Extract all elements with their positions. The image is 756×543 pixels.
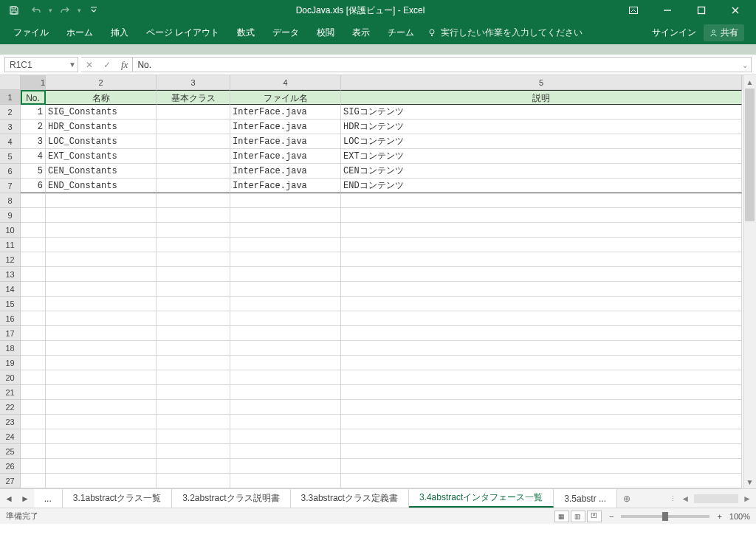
- cell[interactable]: InterFace.java: [230, 105, 341, 120]
- cell[interactable]: [157, 193, 230, 208]
- undo-icon[interactable]: [27, 1, 46, 19]
- row-header[interactable]: 21: [0, 385, 21, 400]
- cell[interactable]: [230, 474, 341, 488]
- tab-formulas[interactable]: 数式: [228, 21, 264, 44]
- cell[interactable]: [230, 444, 341, 459]
- col-header[interactable]: 3: [157, 75, 230, 90]
- cell[interactable]: ENDコンテンツ: [341, 179, 742, 193]
- cell[interactable]: [157, 341, 230, 356]
- row-header[interactable]: 15: [0, 297, 21, 311]
- cell[interactable]: [341, 238, 742, 252]
- cell[interactable]: [230, 238, 341, 252]
- cell[interactable]: [230, 385, 341, 400]
- cell[interactable]: [21, 208, 46, 223]
- cell[interactable]: [157, 134, 230, 149]
- cell[interactable]: [341, 193, 742, 208]
- cell[interactable]: InterFace.java: [230, 179, 341, 193]
- cell[interactable]: [46, 326, 157, 341]
- horizontal-scrollbar[interactable]: ⋮ ◄ ►: [665, 489, 756, 508]
- zoom-level[interactable]: 100%: [729, 512, 750, 521]
- cell[interactable]: [341, 282, 742, 297]
- row-header[interactable]: 4: [0, 134, 21, 149]
- cell[interactable]: 5: [21, 164, 46, 179]
- col-header[interactable]: 4: [230, 75, 341, 90]
- tab-team[interactable]: チーム: [379, 21, 423, 44]
- cell[interactable]: EXTコンテンツ: [341, 149, 742, 164]
- cell[interactable]: [230, 400, 341, 415]
- cell[interactable]: [46, 459, 157, 474]
- cell[interactable]: [157, 474, 230, 488]
- vertical-scrollbar[interactable]: ▲ ▼: [743, 75, 756, 488]
- row-header[interactable]: 5: [0, 149, 21, 164]
- cell[interactable]: InterFace.java: [230, 164, 341, 179]
- cell[interactable]: [230, 356, 341, 370]
- cell[interactable]: [21, 444, 46, 459]
- ribbon-display-icon[interactable]: [617, 0, 650, 21]
- row-header[interactable]: 25: [0, 444, 21, 459]
- enter-icon[interactable]: ✓: [103, 60, 111, 70]
- cell[interactable]: [46, 252, 157, 267]
- row-header[interactable]: 7: [0, 179, 21, 193]
- cell[interactable]: [46, 444, 157, 459]
- cell[interactable]: [21, 400, 46, 415]
- cell[interactable]: 名称: [46, 90, 157, 105]
- cell[interactable]: [157, 282, 230, 297]
- sheet-tab[interactable]: 3.2abstractクラス説明書: [172, 489, 290, 508]
- cell[interactable]: [157, 252, 230, 267]
- sheet-prev-icon[interactable]: ◄: [4, 494, 13, 504]
- cell[interactable]: [230, 282, 341, 297]
- cell[interactable]: [21, 252, 46, 267]
- cell[interactable]: [21, 459, 46, 474]
- cell[interactable]: InterFace.java: [230, 134, 341, 149]
- zoom-in-icon[interactable]: +: [717, 512, 721, 521]
- cell[interactable]: [21, 429, 46, 444]
- cell[interactable]: [341, 459, 742, 474]
- cell[interactable]: [230, 311, 341, 326]
- cell[interactable]: [157, 297, 230, 311]
- row-header[interactable]: 22: [0, 400, 21, 415]
- redo-dropdown-icon[interactable]: ▾: [78, 7, 81, 14]
- cell[interactable]: [21, 341, 46, 356]
- cell[interactable]: CENコンテンツ: [341, 164, 742, 179]
- row-header[interactable]: 9: [0, 208, 21, 223]
- cell[interactable]: InterFace.java: [230, 149, 341, 164]
- row-header[interactable]: 20: [0, 370, 21, 385]
- tab-view[interactable]: 表示: [343, 21, 379, 44]
- cell[interactable]: [46, 208, 157, 223]
- cell[interactable]: [21, 370, 46, 385]
- sheet-tab[interactable]: ...: [34, 489, 63, 508]
- cell[interactable]: [157, 267, 230, 282]
- cell[interactable]: [157, 415, 230, 429]
- row-header[interactable]: 12: [0, 252, 21, 267]
- cell[interactable]: [230, 267, 341, 282]
- cell[interactable]: [46, 385, 157, 400]
- row-header[interactable]: 24: [0, 429, 21, 444]
- cell[interactable]: [341, 370, 742, 385]
- cell[interactable]: [341, 415, 742, 429]
- cell[interactable]: [157, 238, 230, 252]
- cell[interactable]: [230, 341, 341, 356]
- cell[interactable]: [341, 356, 742, 370]
- cell[interactable]: [341, 400, 742, 415]
- cell[interactable]: [21, 193, 46, 208]
- row-header[interactable]: 26: [0, 459, 21, 474]
- cell[interactable]: [46, 311, 157, 326]
- cell[interactable]: [157, 326, 230, 341]
- cell[interactable]: [230, 193, 341, 208]
- expand-icon[interactable]: ⌄: [742, 60, 748, 69]
- cell[interactable]: [341, 444, 742, 459]
- cell[interactable]: [341, 429, 742, 444]
- cell[interactable]: [157, 223, 230, 238]
- cell[interactable]: [46, 341, 157, 356]
- cell[interactable]: CEN_Constants: [46, 164, 157, 179]
- hscroll-left-icon[interactable]: ◄: [681, 494, 690, 504]
- cell[interactable]: [46, 267, 157, 282]
- col-header[interactable]: 2: [46, 75, 157, 90]
- tell-me[interactable]: 実行したい作業を入力してください: [423, 27, 583, 39]
- cell[interactable]: [341, 474, 742, 488]
- cell[interactable]: [21, 385, 46, 400]
- share-button[interactable]: 共有: [704, 24, 744, 41]
- tab-insert[interactable]: 挿入: [102, 21, 137, 44]
- close-icon[interactable]: [719, 0, 752, 21]
- minimize-icon[interactable]: [651, 0, 684, 21]
